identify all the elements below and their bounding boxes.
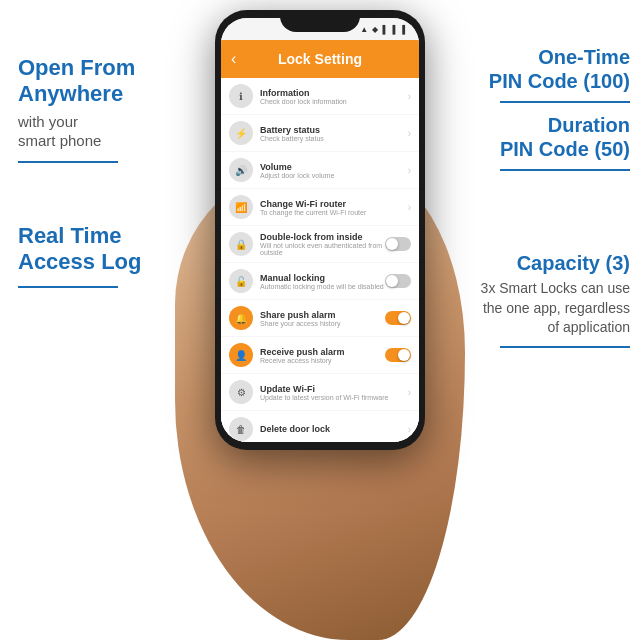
setting-icon: 👤 xyxy=(229,343,253,367)
setting-text: Receive push alarmReceive access history xyxy=(260,347,385,364)
one-time-heading: One-Time PIN Code (100) xyxy=(475,45,630,93)
setting-name: Manual locking xyxy=(260,273,385,283)
setting-name: Information xyxy=(260,88,404,98)
setting-item[interactable]: ℹInformationCheck door lock information› xyxy=(221,78,419,114)
setting-text: VolumeAdjust door lock volume xyxy=(260,162,404,179)
setting-icon: 🔓 xyxy=(229,269,253,293)
setting-icon: 🗑 xyxy=(229,417,253,441)
toggle-switch[interactable] xyxy=(385,311,411,325)
setting-icon: ℹ xyxy=(229,84,253,108)
phone-screen: ▲ ◆ ▌ ▌ ▌ ‹ Lock Setting ℹInformationChe… xyxy=(221,18,419,442)
right-divider-2 xyxy=(500,169,630,171)
setting-desc: Receive access history xyxy=(260,357,385,364)
phone-wrapper: ▲ ◆ ▌ ▌ ▌ ‹ Lock Setting ℹInformationChe… xyxy=(205,10,435,630)
phone-notch xyxy=(280,10,360,32)
setting-desc: To change the current Wi-Fi router xyxy=(260,209,404,216)
setting-text: Share push alarmShare your access histor… xyxy=(260,310,385,327)
left-divider-1 xyxy=(18,161,118,163)
setting-text: InformationCheck door lock information xyxy=(260,88,404,105)
app-header: ‹ Lock Setting xyxy=(221,40,419,78)
chevron-right-icon: › xyxy=(408,424,411,435)
setting-icon: ⚡ xyxy=(229,121,253,145)
back-arrow-icon[interactable]: ‹ xyxy=(231,50,236,68)
capacity-heading: Capacity (3) xyxy=(475,251,630,275)
setting-desc: Will not unlock even authenticated from … xyxy=(260,242,385,256)
setting-icon: 🔒 xyxy=(229,232,253,256)
setting-text: Double-lock from insideWill not unlock e… xyxy=(260,232,385,256)
right-divider-3 xyxy=(500,346,630,348)
right-divider-1 xyxy=(500,101,630,103)
setting-item[interactable]: 🔓Manual lockingAutomatic locking mode wi… xyxy=(221,263,419,299)
setting-icon: 📶 xyxy=(229,195,253,219)
setting-item[interactable]: 🔔Share push alarmShare your access histo… xyxy=(221,300,419,336)
setting-item[interactable]: 👤Receive push alarmReceive access histor… xyxy=(221,337,419,373)
setting-text: Change Wi-Fi routerTo change the current… xyxy=(260,199,404,216)
chevron-right-icon: › xyxy=(408,165,411,176)
real-time-heading: Real Time Access Log xyxy=(18,223,158,276)
setting-item[interactable]: ⚙Update Wi-FiUpdate to latest version of… xyxy=(221,374,419,410)
setting-name: Double-lock from inside xyxy=(260,232,385,242)
setting-desc: Update to latest version of Wi-Fi firmwa… xyxy=(260,394,404,401)
left-panel: Open From Anywhere with your smart phone… xyxy=(18,55,158,298)
right-panel: One-Time PIN Code (100) Duration PIN Cod… xyxy=(475,45,630,356)
setting-item[interactable]: 🔒Double-lock from insideWill not unlock … xyxy=(221,226,419,262)
setting-text: Update Wi-FiUpdate to latest version of … xyxy=(260,384,404,401)
with-your-text: with your smart phone xyxy=(18,112,158,151)
left-divider-2 xyxy=(18,286,118,288)
setting-name: Volume xyxy=(260,162,404,172)
setting-desc: Check door lock information xyxy=(260,98,404,105)
toggle-switch[interactable] xyxy=(385,274,411,288)
chevron-right-icon: › xyxy=(408,128,411,139)
setting-text: Manual lockingAutomatic locking mode wil… xyxy=(260,273,385,290)
setting-desc: Share your access history xyxy=(260,320,385,327)
setting-item[interactable]: 🗑Delete door lock› xyxy=(221,411,419,442)
phone-device: ▲ ◆ ▌ ▌ ▌ ‹ Lock Setting ℹInformationChe… xyxy=(215,10,425,450)
setting-name: Battery status xyxy=(260,125,404,135)
app-header-title: Lock Setting xyxy=(278,51,362,67)
setting-desc: Check battery status xyxy=(260,135,404,142)
setting-item[interactable]: 📶Change Wi-Fi routerTo change the curren… xyxy=(221,189,419,225)
chevron-right-icon: › xyxy=(408,387,411,398)
toggle-switch[interactable] xyxy=(385,237,411,251)
toggle-circle xyxy=(386,275,398,287)
open-from-heading: Open From Anywhere xyxy=(18,55,158,108)
setting-desc: Adjust door lock volume xyxy=(260,172,404,179)
setting-text: Delete door lock xyxy=(260,424,404,434)
setting-name: Change Wi-Fi router xyxy=(260,199,404,209)
settings-list: ℹInformationCheck door lock information›… xyxy=(221,78,419,442)
toggle-circle xyxy=(398,312,410,324)
setting-icon: 🔊 xyxy=(229,158,253,182)
setting-icon: ⚙ xyxy=(229,380,253,404)
setting-name: Update Wi-Fi xyxy=(260,384,404,394)
toggle-circle xyxy=(386,238,398,250)
chevron-right-icon: › xyxy=(408,202,411,213)
setting-item[interactable]: ⚡Battery statusCheck battery status› xyxy=(221,115,419,151)
setting-item[interactable]: 🔊VolumeAdjust door lock volume› xyxy=(221,152,419,188)
setting-text: Battery statusCheck battery status xyxy=(260,125,404,142)
setting-name: Receive push alarm xyxy=(260,347,385,357)
status-icons: ▲ ◆ ▌ ▌ ▌ xyxy=(360,25,409,34)
capacity-description: 3x Smart Locks can use the one app, rega… xyxy=(475,279,630,338)
duration-heading: Duration PIN Code (50) xyxy=(475,113,630,161)
toggle-circle xyxy=(398,349,410,361)
toggle-switch[interactable] xyxy=(385,348,411,362)
setting-name: Share push alarm xyxy=(260,310,385,320)
setting-name: Delete door lock xyxy=(260,424,404,434)
setting-icon: 🔔 xyxy=(229,306,253,330)
setting-desc: Automatic locking mode will be disabled xyxy=(260,283,385,290)
chevron-right-icon: › xyxy=(408,91,411,102)
